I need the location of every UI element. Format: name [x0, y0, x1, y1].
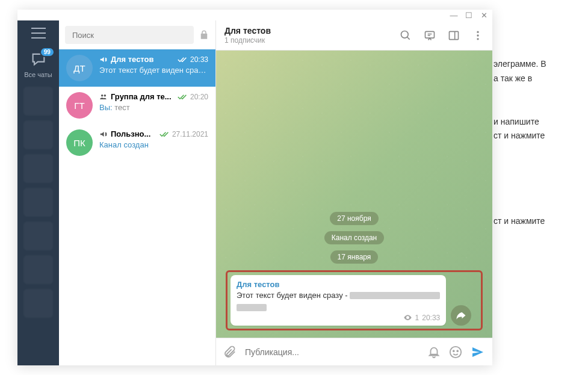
conversation-header: Для тестов 1 подписчик [216, 20, 492, 51]
read-checks-icon [178, 56, 187, 63]
read-checks-icon [178, 93, 187, 101]
message-time: 20:33 [422, 314, 440, 322]
svg-point-0 [101, 94, 104, 96]
svg-rect-3 [426, 31, 435, 38]
svg-point-9 [450, 346, 461, 357]
svg-point-10 [453, 350, 454, 352]
message-input[interactable] [245, 347, 419, 357]
folders-sidebar: 99 Все чаты [17, 20, 59, 365]
lock-icon[interactable] [199, 29, 209, 40]
conversation-title-block[interactable]: Для тестов 1 подписчик [224, 26, 400, 45]
message-author: Для тестов [237, 280, 440, 289]
svg-point-2 [401, 31, 409, 38]
emoji-icon[interactable] [449, 346, 462, 359]
chat-time: 27.11.2021 [172, 130, 208, 138]
discussion-icon[interactable] [424, 29, 436, 42]
send-icon[interactable] [471, 345, 485, 359]
share-button[interactable] [451, 305, 471, 326]
attach-icon[interactable] [223, 346, 237, 359]
all-chats-label: Все чаты [24, 71, 52, 78]
date-pill: 17 января [330, 250, 379, 264]
svg-rect-4 [450, 31, 459, 39]
close-button[interactable]: ✕ [479, 10, 489, 20]
svg-point-7 [477, 34, 478, 36]
avatar: ПК [66, 129, 93, 156]
read-checks-icon [159, 131, 169, 138]
chat-time: 20:33 [190, 55, 208, 64]
chat-preview: Вы: тест [99, 103, 208, 112]
service-pill: Канал создан [324, 231, 385, 244]
notifications-icon[interactable] [427, 346, 441, 359]
search-input[interactable] [65, 26, 194, 44]
menu-icon[interactable] [31, 28, 46, 39]
redacted-text [237, 304, 267, 311]
share-arrow-icon [456, 310, 466, 321]
unread-badge: 99 [40, 47, 55, 57]
message-composer [216, 338, 492, 365]
avatar: ДТ [66, 55, 93, 81]
svg-point-11 [457, 350, 458, 352]
channel-icon [99, 130, 108, 138]
messages-area[interactable]: 27 ноября Канал создан 17 января Для тес… [216, 51, 492, 338]
chat-name: Пользно... [111, 129, 156, 138]
minimize-button[interactable]: — [449, 10, 459, 20]
views-count: 1 [415, 314, 419, 322]
more-icon[interactable] [472, 29, 484, 42]
svg-point-1 [104, 94, 107, 96]
window-titlebar: — ☐ ✕ [17, 10, 492, 20]
chat-preview: Этот текст будет виден сраз... [99, 66, 208, 75]
redacted-text [350, 292, 440, 299]
chat-list-panel: ДТ Для тестов 20:33 Этот текст будет вид… [59, 20, 216, 365]
views-icon [403, 313, 412, 322]
telegram-window: — ☐ ✕ 99 Все чаты ДТ [17, 10, 492, 365]
search-icon[interactable] [400, 29, 412, 42]
date-pill: 27 ноября [330, 212, 378, 225]
conversation-panel: Для тестов 1 подписчик 27 ноября Канал с… [216, 20, 492, 365]
chat-name: Для тестов [111, 55, 175, 64]
message-meta: 1 20:33 [237, 313, 440, 322]
blurred-folders [17, 87, 59, 318]
all-chats-folder[interactable]: 99 Все чаты [24, 51, 52, 78]
message-bubble[interactable]: Для тестов Этот текст будет виден сразу … [231, 275, 446, 326]
maximize-button[interactable]: ☐ [464, 10, 474, 20]
chat-item-dlya-testov[interactable]: ДТ Для тестов 20:33 Этот текст будет вид… [59, 49, 215, 87]
chat-item-gruppa[interactable]: ГТ Группа для те... 20:20 Вы: тест [59, 87, 215, 124]
chat-time: 20:20 [190, 93, 208, 101]
chat-preview: Канал создан [99, 140, 208, 149]
avatar: ГТ [66, 92, 93, 119]
channel-icon [99, 55, 108, 64]
highlighted-message: Для тестов Этот текст будет виден сразу … [226, 270, 483, 330]
search-row [59, 20, 215, 49]
conversation-title: Для тестов [224, 26, 400, 36]
message-text: Этот текст будет виден сразу - [237, 290, 440, 312]
panel-icon[interactable] [448, 29, 460, 42]
chat-item-polzno[interactable]: ПК Пользно... 27.11.2021 Канал создан [59, 124, 215, 161]
svg-point-8 [477, 38, 478, 40]
conversation-subtitle: 1 подписчик [224, 36, 400, 45]
svg-point-6 [477, 31, 478, 33]
background-article-text: элеграмме. В а так же в и напишите ст и … [494, 57, 546, 229]
chat-name: Группа для те... [111, 92, 175, 101]
group-icon [99, 93, 108, 101]
